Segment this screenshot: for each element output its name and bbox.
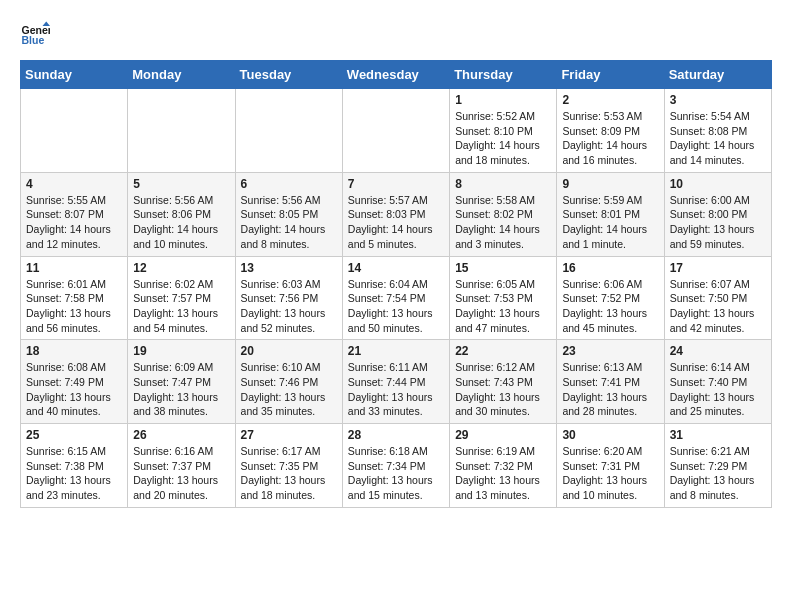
calendar-cell: 21Sunrise: 6:11 AM Sunset: 7:44 PM Dayli… — [342, 340, 449, 424]
day-info: Sunrise: 6:04 AM Sunset: 7:54 PM Dayligh… — [348, 277, 444, 336]
day-info: Sunrise: 6:02 AM Sunset: 7:57 PM Dayligh… — [133, 277, 229, 336]
day-info: Sunrise: 6:14 AM Sunset: 7:40 PM Dayligh… — [670, 360, 766, 419]
calendar-cell: 27Sunrise: 6:17 AM Sunset: 7:35 PM Dayli… — [235, 424, 342, 508]
calendar-cell: 23Sunrise: 6:13 AM Sunset: 7:41 PM Dayli… — [557, 340, 664, 424]
day-info: Sunrise: 6:16 AM Sunset: 7:37 PM Dayligh… — [133, 444, 229, 503]
calendar-cell: 8Sunrise: 5:58 AM Sunset: 8:02 PM Daylig… — [450, 172, 557, 256]
calendar-cell: 30Sunrise: 6:20 AM Sunset: 7:31 PM Dayli… — [557, 424, 664, 508]
day-info: Sunrise: 5:57 AM Sunset: 8:03 PM Dayligh… — [348, 193, 444, 252]
weekday-header: Thursday — [450, 61, 557, 89]
weekday-header: Wednesday — [342, 61, 449, 89]
day-info: Sunrise: 5:54 AM Sunset: 8:08 PM Dayligh… — [670, 109, 766, 168]
day-number: 13 — [241, 261, 337, 275]
calendar-cell: 5Sunrise: 5:56 AM Sunset: 8:06 PM Daylig… — [128, 172, 235, 256]
calendar-cell: 9Sunrise: 5:59 AM Sunset: 8:01 PM Daylig… — [557, 172, 664, 256]
day-info: Sunrise: 6:09 AM Sunset: 7:47 PM Dayligh… — [133, 360, 229, 419]
day-info: Sunrise: 6:21 AM Sunset: 7:29 PM Dayligh… — [670, 444, 766, 503]
day-info: Sunrise: 6:17 AM Sunset: 7:35 PM Dayligh… — [241, 444, 337, 503]
day-number: 24 — [670, 344, 766, 358]
page-header: General Blue — [20, 20, 772, 50]
day-info: Sunrise: 6:11 AM Sunset: 7:44 PM Dayligh… — [348, 360, 444, 419]
calendar-cell: 24Sunrise: 6:14 AM Sunset: 7:40 PM Dayli… — [664, 340, 771, 424]
day-info: Sunrise: 5:56 AM Sunset: 8:05 PM Dayligh… — [241, 193, 337, 252]
day-info: Sunrise: 6:06 AM Sunset: 7:52 PM Dayligh… — [562, 277, 658, 336]
calendar-week-row: 25Sunrise: 6:15 AM Sunset: 7:38 PM Dayli… — [21, 424, 772, 508]
day-info: Sunrise: 5:59 AM Sunset: 8:01 PM Dayligh… — [562, 193, 658, 252]
day-number: 31 — [670, 428, 766, 442]
day-number: 4 — [26, 177, 122, 191]
calendar-cell: 20Sunrise: 6:10 AM Sunset: 7:46 PM Dayli… — [235, 340, 342, 424]
weekday-header: Tuesday — [235, 61, 342, 89]
day-number: 3 — [670, 93, 766, 107]
logo-icon: General Blue — [20, 20, 50, 50]
day-number: 19 — [133, 344, 229, 358]
day-number: 1 — [455, 93, 551, 107]
calendar-cell: 22Sunrise: 6:12 AM Sunset: 7:43 PM Dayli… — [450, 340, 557, 424]
calendar-cell: 25Sunrise: 6:15 AM Sunset: 7:38 PM Dayli… — [21, 424, 128, 508]
day-number: 17 — [670, 261, 766, 275]
weekday-header-row: SundayMondayTuesdayWednesdayThursdayFrid… — [21, 61, 772, 89]
day-info: Sunrise: 5:56 AM Sunset: 8:06 PM Dayligh… — [133, 193, 229, 252]
day-number: 28 — [348, 428, 444, 442]
weekday-header: Friday — [557, 61, 664, 89]
day-number: 14 — [348, 261, 444, 275]
day-info: Sunrise: 6:19 AM Sunset: 7:32 PM Dayligh… — [455, 444, 551, 503]
calendar-cell: 4Sunrise: 5:55 AM Sunset: 8:07 PM Daylig… — [21, 172, 128, 256]
day-number: 18 — [26, 344, 122, 358]
calendar-cell — [21, 89, 128, 173]
day-info: Sunrise: 6:10 AM Sunset: 7:46 PM Dayligh… — [241, 360, 337, 419]
calendar-cell: 10Sunrise: 6:00 AM Sunset: 8:00 PM Dayli… — [664, 172, 771, 256]
day-info: Sunrise: 6:13 AM Sunset: 7:41 PM Dayligh… — [562, 360, 658, 419]
day-info: Sunrise: 6:20 AM Sunset: 7:31 PM Dayligh… — [562, 444, 658, 503]
calendar-cell: 26Sunrise: 6:16 AM Sunset: 7:37 PM Dayli… — [128, 424, 235, 508]
calendar-week-row: 11Sunrise: 6:01 AM Sunset: 7:58 PM Dayli… — [21, 256, 772, 340]
calendar-cell: 12Sunrise: 6:02 AM Sunset: 7:57 PM Dayli… — [128, 256, 235, 340]
calendar-cell: 31Sunrise: 6:21 AM Sunset: 7:29 PM Dayli… — [664, 424, 771, 508]
day-number: 9 — [562, 177, 658, 191]
day-number: 22 — [455, 344, 551, 358]
day-info: Sunrise: 6:01 AM Sunset: 7:58 PM Dayligh… — [26, 277, 122, 336]
logo: General Blue — [20, 20, 54, 50]
day-number: 20 — [241, 344, 337, 358]
calendar-cell — [128, 89, 235, 173]
calendar-cell: 15Sunrise: 6:05 AM Sunset: 7:53 PM Dayli… — [450, 256, 557, 340]
day-number: 26 — [133, 428, 229, 442]
day-number: 2 — [562, 93, 658, 107]
calendar-cell: 13Sunrise: 6:03 AM Sunset: 7:56 PM Dayli… — [235, 256, 342, 340]
day-info: Sunrise: 5:55 AM Sunset: 8:07 PM Dayligh… — [26, 193, 122, 252]
calendar-cell: 19Sunrise: 6:09 AM Sunset: 7:47 PM Dayli… — [128, 340, 235, 424]
calendar-cell: 28Sunrise: 6:18 AM Sunset: 7:34 PM Dayli… — [342, 424, 449, 508]
day-number: 29 — [455, 428, 551, 442]
day-info: Sunrise: 6:08 AM Sunset: 7:49 PM Dayligh… — [26, 360, 122, 419]
weekday-header: Saturday — [664, 61, 771, 89]
day-number: 7 — [348, 177, 444, 191]
calendar-week-row: 18Sunrise: 6:08 AM Sunset: 7:49 PM Dayli… — [21, 340, 772, 424]
day-info: Sunrise: 5:58 AM Sunset: 8:02 PM Dayligh… — [455, 193, 551, 252]
day-info: Sunrise: 6:07 AM Sunset: 7:50 PM Dayligh… — [670, 277, 766, 336]
calendar-week-row: 4Sunrise: 5:55 AM Sunset: 8:07 PM Daylig… — [21, 172, 772, 256]
day-number: 6 — [241, 177, 337, 191]
calendar-cell: 29Sunrise: 6:19 AM Sunset: 7:32 PM Dayli… — [450, 424, 557, 508]
day-number: 8 — [455, 177, 551, 191]
day-number: 11 — [26, 261, 122, 275]
calendar-cell: 3Sunrise: 5:54 AM Sunset: 8:08 PM Daylig… — [664, 89, 771, 173]
calendar-cell: 7Sunrise: 5:57 AM Sunset: 8:03 PM Daylig… — [342, 172, 449, 256]
day-number: 30 — [562, 428, 658, 442]
calendar-cell: 2Sunrise: 5:53 AM Sunset: 8:09 PM Daylig… — [557, 89, 664, 173]
day-info: Sunrise: 6:18 AM Sunset: 7:34 PM Dayligh… — [348, 444, 444, 503]
calendar-cell: 1Sunrise: 5:52 AM Sunset: 8:10 PM Daylig… — [450, 89, 557, 173]
day-info: Sunrise: 5:53 AM Sunset: 8:09 PM Dayligh… — [562, 109, 658, 168]
calendar-cell: 14Sunrise: 6:04 AM Sunset: 7:54 PM Dayli… — [342, 256, 449, 340]
day-info: Sunrise: 6:00 AM Sunset: 8:00 PM Dayligh… — [670, 193, 766, 252]
calendar-table: SundayMondayTuesdayWednesdayThursdayFrid… — [20, 60, 772, 508]
calendar-cell — [342, 89, 449, 173]
calendar-cell: 11Sunrise: 6:01 AM Sunset: 7:58 PM Dayli… — [21, 256, 128, 340]
day-number: 15 — [455, 261, 551, 275]
day-number: 10 — [670, 177, 766, 191]
svg-text:Blue: Blue — [22, 34, 45, 46]
calendar-week-row: 1Sunrise: 5:52 AM Sunset: 8:10 PM Daylig… — [21, 89, 772, 173]
calendar-cell: 18Sunrise: 6:08 AM Sunset: 7:49 PM Dayli… — [21, 340, 128, 424]
day-info: Sunrise: 6:05 AM Sunset: 7:53 PM Dayligh… — [455, 277, 551, 336]
day-number: 5 — [133, 177, 229, 191]
day-number: 27 — [241, 428, 337, 442]
